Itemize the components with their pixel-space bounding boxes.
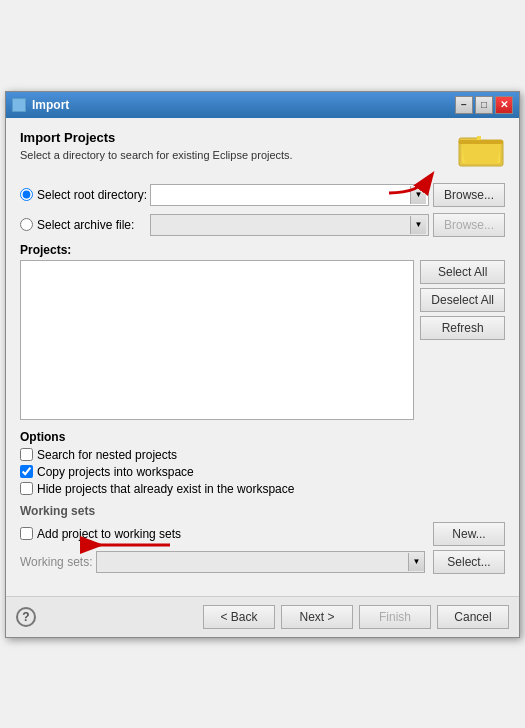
root-directory-radio[interactable] bbox=[20, 188, 33, 201]
close-button[interactable]: ✕ bbox=[495, 96, 513, 114]
projects-area: Select All Deselect All Refresh bbox=[20, 260, 505, 420]
main-content: Import Projects Select a directory to se… bbox=[6, 118, 519, 596]
minimize-button[interactable]: − bbox=[455, 96, 473, 114]
browse-archive-button[interactable]: Browse... bbox=[433, 213, 505, 237]
add-working-sets-row: Add project to working sets New... bbox=[20, 522, 505, 546]
copy-projects-checkbox[interactable] bbox=[20, 465, 33, 478]
add-project-ws-label: Add project to working sets bbox=[37, 527, 181, 541]
working-sets-section: Working sets Add project to working sets… bbox=[20, 504, 505, 574]
projects-buttons: Select All Deselect All Refresh bbox=[420, 260, 505, 420]
cancel-button[interactable]: Cancel bbox=[437, 605, 509, 629]
import-window: Import − □ ✕ Import Projects Select a di… bbox=[5, 91, 520, 638]
folder-icon bbox=[457, 130, 505, 168]
working-sets-title: Working sets bbox=[20, 504, 505, 518]
bottom-bar: ? < Back Next > Finish Cancel bbox=[6, 596, 519, 637]
search-nested-checkbox[interactable] bbox=[20, 448, 33, 461]
options-title: Options bbox=[20, 430, 505, 444]
window-icon bbox=[12, 98, 26, 112]
archive-file-row: Select archive file: ▼ Browse... bbox=[20, 213, 505, 237]
title-bar: Import − □ ✕ bbox=[6, 92, 519, 118]
root-directory-row: Select root directory: ▼ Browse... bbox=[20, 183, 505, 207]
svg-rect-3 bbox=[477, 136, 481, 140]
working-sets-combo[interactable]: ▼ bbox=[96, 551, 425, 573]
title-buttons: − □ ✕ bbox=[455, 96, 513, 114]
ws-dropdown-arrow[interactable]: ▼ bbox=[408, 553, 424, 571]
window-title: Import bbox=[32, 98, 69, 112]
options-section: Options Search for nested projects Copy … bbox=[20, 430, 505, 496]
header-row: Import Projects Select a directory to se… bbox=[20, 130, 505, 173]
select-ws-button[interactable]: Select... bbox=[433, 550, 505, 574]
back-button[interactable]: < Back bbox=[203, 605, 275, 629]
help-icon[interactable]: ? bbox=[16, 607, 36, 627]
projects-list[interactable] bbox=[20, 260, 414, 420]
refresh-button[interactable]: Refresh bbox=[420, 316, 505, 340]
maximize-button[interactable]: □ bbox=[475, 96, 493, 114]
select-all-button[interactable]: Select All bbox=[420, 260, 505, 284]
hide-projects-row: Hide projects that already exist in the … bbox=[20, 482, 505, 496]
add-project-ws-row: Add project to working sets bbox=[20, 527, 181, 541]
hide-projects-checkbox[interactable] bbox=[20, 482, 33, 495]
archive-file-radio-label[interactable]: Select archive file: bbox=[20, 218, 150, 232]
root-directory-radio-label[interactable]: Select root directory: bbox=[20, 188, 150, 202]
archive-file-dropdown-arrow[interactable]: ▼ bbox=[410, 216, 426, 234]
copy-projects-label: Copy projects into workspace bbox=[37, 465, 194, 479]
working-sets-combo-row: Working sets: ▼ Select... bbox=[20, 550, 505, 574]
svg-marker-4 bbox=[461, 142, 501, 164]
archive-file-radio[interactable] bbox=[20, 218, 33, 231]
new-ws-button[interactable]: New... bbox=[433, 522, 505, 546]
page-title: Import Projects bbox=[20, 130, 293, 145]
add-project-ws-checkbox[interactable] bbox=[20, 527, 33, 540]
svg-rect-5 bbox=[459, 140, 503, 144]
root-directory-dropdown-arrow[interactable]: ▼ bbox=[410, 186, 426, 204]
projects-section-label: Projects: bbox=[20, 243, 505, 257]
hide-projects-label: Hide projects that already exist in the … bbox=[37, 482, 294, 496]
search-nested-row: Search for nested projects bbox=[20, 448, 505, 462]
working-sets-combo-label: Working sets: bbox=[20, 555, 92, 569]
bottom-buttons: < Back Next > Finish Cancel bbox=[203, 605, 509, 629]
search-nested-label: Search for nested projects bbox=[37, 448, 177, 462]
browse-root-button[interactable]: Browse... bbox=[433, 183, 505, 207]
content-wrapper: Import Projects Select a directory to se… bbox=[20, 130, 505, 574]
deselect-all-button[interactable]: Deselect All bbox=[420, 288, 505, 312]
root-directory-combo[interactable]: ▼ bbox=[150, 184, 429, 206]
archive-file-combo[interactable]: ▼ bbox=[150, 214, 429, 236]
next-button[interactable]: Next > bbox=[281, 605, 353, 629]
copy-projects-row: Copy projects into workspace bbox=[20, 465, 505, 479]
header-text: Import Projects Select a directory to se… bbox=[20, 130, 293, 173]
page-subtitle: Select a directory to search for existin… bbox=[20, 149, 293, 161]
title-bar-left: Import bbox=[12, 98, 69, 112]
finish-button[interactable]: Finish bbox=[359, 605, 431, 629]
